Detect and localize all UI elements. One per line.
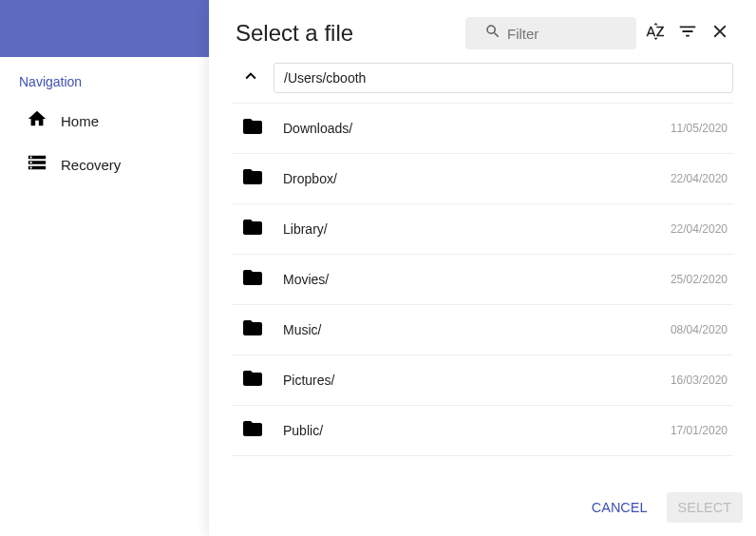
home-icon [27, 108, 47, 133]
file-name: Music/ [283, 322, 671, 337]
close-button[interactable] [707, 20, 733, 47]
file-row[interactable]: Music/08/04/2020 [232, 305, 733, 355]
file-date: 22/04/2020 [671, 172, 728, 185]
storage-icon [27, 152, 47, 177]
folder-icon [241, 216, 264, 242]
file-name: Library/ [283, 221, 671, 237]
path-input[interactable] [274, 63, 733, 93]
filter-input[interactable] [507, 26, 617, 42]
sidebar-item-recovery[interactable]: Recovery [0, 143, 209, 186]
file-date: 22/04/2020 [671, 222, 728, 236]
file-row[interactable]: Library/22/04/2020 [232, 204, 733, 255]
file-row[interactable]: Dropbox/22/04/2020 [232, 154, 733, 204]
chevron-up-icon [240, 66, 261, 90]
folder-icon [241, 165, 264, 192]
filter-box[interactable] [465, 17, 636, 49]
up-directory-button[interactable] [232, 61, 270, 95]
file-date: 08/04/2020 [671, 323, 728, 336]
file-dialog: Select a file [209, 0, 756, 536]
sidebar-item-label: Home [61, 113, 99, 129]
folder-icon [241, 266, 264, 293]
file-row[interactable]: Pictures/16/03/2020 [232, 355, 733, 406]
folder-icon [241, 115, 264, 142]
file-name: Public/ [283, 423, 671, 438]
filter-button[interactable] [674, 20, 701, 47]
search-icon [484, 23, 501, 44]
file-name: Pictures/ [283, 373, 671, 388]
filter-icon [677, 21, 698, 46]
file-row[interactable]: Public/17/01/2020 [232, 406, 733, 456]
file-name: Movies/ [283, 272, 671, 287]
sort-alpha-button[interactable] [642, 20, 669, 47]
file-name: Dropbox/ [283, 171, 671, 186]
file-row[interactable]: Movies/25/02/2020 [232, 255, 733, 305]
sidebar-section-title: Navigation [0, 57, 209, 99]
select-button[interactable]: SELECT [667, 492, 743, 523]
file-name: Downloads/ [283, 121, 671, 136]
sidebar: Navigation Home Recovery [0, 0, 209, 536]
sidebar-item-home[interactable]: Home [0, 99, 209, 143]
dialog-title: Select a file [236, 20, 353, 47]
close-icon [709, 21, 730, 46]
file-row[interactable]: Downloads/11/05/2020 [232, 103, 733, 154]
sidebar-header [0, 0, 209, 57]
file-list: Downloads/11/05/2020Dropbox/22/04/2020Li… [209, 103, 756, 481]
folder-icon [241, 417, 264, 444]
file-date: 11/05/2020 [671, 122, 728, 135]
folder-icon [241, 367, 264, 393]
file-date: 25/02/2020 [671, 273, 728, 286]
file-date: 17/01/2020 [671, 424, 728, 437]
folder-icon [241, 316, 264, 343]
cancel-button[interactable]: CANCEL [580, 492, 659, 523]
sort-alpha-icon [645, 21, 666, 46]
file-date: 16/03/2020 [671, 373, 728, 387]
sidebar-item-label: Recovery [61, 157, 121, 173]
